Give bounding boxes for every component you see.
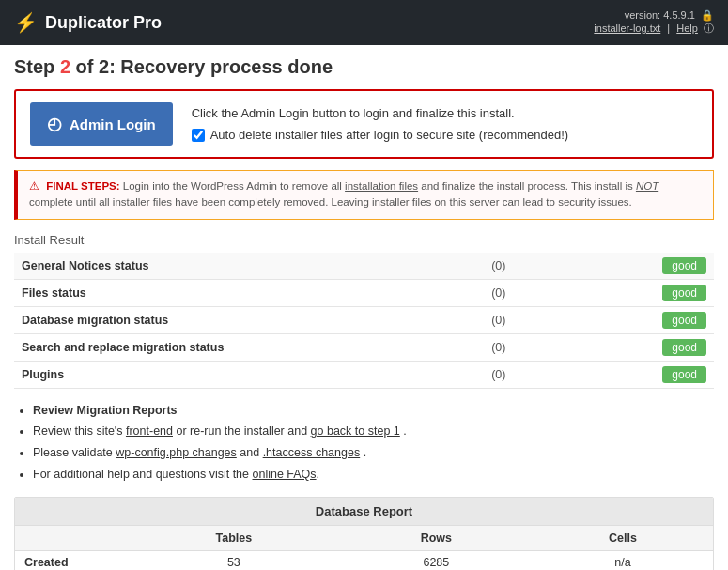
db-report-header: Tables Rows Cells (15, 526, 713, 551)
warning-icon: ⚠ (29, 180, 39, 192)
result-row-status: good (564, 361, 714, 388)
migration-item-1: Review Migration Reports (33, 402, 714, 420)
installation-files-link[interactable]: installation files (345, 180, 418, 192)
final-steps-text3: complete until all installer files have … (29, 196, 632, 208)
install-result-row: Plugins (0) good (14, 361, 714, 388)
migration-reports-list: Review Migration Reports Review this sit… (14, 402, 714, 484)
result-row-label: Search and replace migration status (14, 333, 434, 361)
result-row-status: good (564, 279, 714, 306)
step-suffix: of 2: Recovery process done (70, 56, 333, 77)
migration-item-4: For additional help and questions visit … (33, 466, 714, 484)
db-col-label (15, 526, 128, 551)
front-end-link[interactable]: front-end (126, 424, 173, 438)
review-migration-label: Review Migration Reports (33, 404, 178, 417)
migration-item-2: Review this site's front-end or re-run t… (33, 423, 714, 440)
final-steps-text2: and finalize the install process. This i… (421, 180, 636, 192)
step-title: Step 2 of 2: Recovery process done (14, 56, 714, 78)
auto-delete-row: Auto delete installer files after login … (192, 128, 698, 142)
install-result-row: General Notices status (0) good (14, 253, 714, 280)
htaccess-link[interactable]: .htaccess changes (263, 446, 361, 459)
installer-log-link[interactable]: installer-log.txt (594, 23, 660, 34)
install-result-row: Database migration status (0) good (14, 306, 714, 333)
db-report-wrapper: Database Report Tables Rows Cells Create… (14, 497, 714, 571)
not-label: NOT (636, 180, 658, 192)
auto-delete-checkbox[interactable] (192, 129, 205, 142)
install-result-table: General Notices status (0) good Files st… (14, 253, 714, 389)
online-faqs-link[interactable]: online FAQs (252, 468, 316, 481)
install-result-label: Install Result (14, 233, 714, 247)
db-row-cells: n/a (533, 550, 713, 570)
result-row-count: (0) (434, 279, 564, 306)
good-badge: good (662, 257, 706, 274)
db-col-cells: Cells (533, 526, 713, 551)
login-right-panel: Click the Admin Login button to login an… (192, 106, 698, 142)
db-row-label: Created (15, 550, 128, 570)
migration-item-3: Please validate wp-config.php changes an… (33, 444, 714, 462)
result-row-label: Files status (14, 279, 434, 306)
main-content: Step 2 of 2: Recovery process done ◴ Adm… (0, 45, 728, 570)
db-row-tables: 53 (128, 550, 340, 570)
result-row-count: (0) (434, 333, 564, 361)
result-row-label: Database migration status (14, 306, 434, 333)
page-wrapper: ⚡ Duplicator Pro version: 4.5.9.1 🔒 inst… (0, 0, 728, 570)
result-row-label: General Notices status (14, 253, 434, 280)
auto-delete-label: Auto delete installer files after login … (210, 128, 569, 142)
db-row-rows: 6285 (340, 550, 533, 570)
bolt-icon: ⚡ (14, 11, 38, 34)
db-col-tables: Tables (128, 526, 340, 551)
app-title: Duplicator Pro (45, 13, 162, 33)
admin-login-label: Admin Login (70, 116, 156, 132)
help-link[interactable]: Help (676, 23, 698, 34)
db-col-rows: Rows (340, 526, 533, 551)
result-row-count: (0) (434, 253, 564, 280)
header-links: version: 4.5.9.1 🔒 installer-log.txt | H… (594, 9, 714, 36)
good-badge: good (662, 285, 706, 301)
wordpress-logo: ◴ (47, 114, 62, 134)
admin-login-box: ◴ Admin Login Click the Admin Login butt… (14, 89, 714, 159)
header: ⚡ Duplicator Pro version: 4.5.9.1 🔒 inst… (0, 0, 728, 45)
result-row-count: (0) (434, 306, 564, 333)
final-steps-text1: Login into the WordPress Admin to remove… (123, 180, 345, 192)
wp-config-link[interactable]: wp-config.php changes (116, 446, 237, 459)
good-badge: good (662, 339, 706, 356)
step-prefix: Step (14, 56, 60, 77)
result-row-label: Plugins (14, 361, 434, 388)
final-steps-label: FINAL STEPS: (46, 180, 119, 192)
good-badge: good (662, 312, 706, 329)
db-report-row: Created 53 6285 n/a (15, 550, 713, 570)
install-result-row: Search and replace migration status (0) … (14, 333, 714, 361)
separator: | (667, 23, 670, 34)
step-number: 2 (60, 56, 70, 77)
db-report-table: Tables Rows Cells Created 53 6285 n/a Sc… (15, 526, 713, 571)
result-row-count: (0) (434, 361, 564, 388)
result-row-status: good (564, 306, 714, 333)
version-label: version: 4.5.9.1 (625, 9, 695, 21)
brand: ⚡ Duplicator Pro (14, 11, 162, 34)
migration-reports: Review Migration Reports Review this sit… (14, 402, 714, 484)
final-steps-box: ⚠ FINAL STEPS: Login into the WordPress … (14, 170, 714, 220)
result-row-status: good (564, 333, 714, 361)
go-back-step1-link[interactable]: go back to step 1 (311, 424, 400, 438)
install-result-row: Files status (0) good (14, 279, 714, 306)
login-instructions: Click the Admin Login button to login an… (192, 106, 698, 120)
db-report-title: Database Report (15, 498, 713, 526)
result-row-status: good (564, 253, 714, 280)
good-badge: good (662, 366, 706, 383)
admin-login-button[interactable]: ◴ Admin Login (30, 102, 173, 146)
